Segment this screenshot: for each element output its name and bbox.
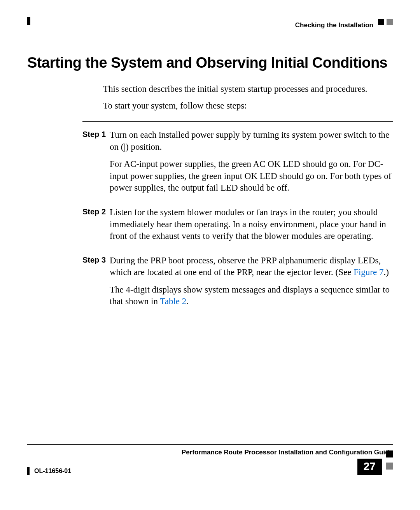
step-content: Listen for the system blower modules or … bbox=[110, 207, 393, 248]
square-icon bbox=[387, 19, 393, 25]
table-reference-link[interactable]: Table 2 bbox=[160, 296, 186, 306]
step-text: The 4-digit displays show system message… bbox=[110, 285, 390, 307]
step-paragraph: During the PRP boot process, observe the… bbox=[110, 255, 393, 279]
document-page: Checking the Installation Starting the S… bbox=[0, 0, 420, 510]
header-right-marks bbox=[378, 19, 393, 25]
divider bbox=[82, 121, 393, 122]
step-paragraph: Listen for the system blower modules or … bbox=[110, 207, 393, 242]
intro-section: This section describes the initial syste… bbox=[103, 83, 393, 112]
step-paragraph: Turn on each installed power supply by t… bbox=[110, 129, 393, 153]
crop-mark-icon bbox=[27, 17, 30, 25]
step-text: During the PRP boot process, observe the… bbox=[110, 256, 381, 277]
intro-paragraph: This section describes the initial syste… bbox=[103, 83, 393, 95]
intro-paragraph: To start your system, follow these steps… bbox=[103, 100, 393, 112]
running-header: Checking the Installation bbox=[295, 21, 373, 29]
step-item: Step 1 Turn on each installed power supp… bbox=[82, 129, 393, 200]
step-paragraph: The 4-digit displays show system message… bbox=[110, 284, 393, 308]
steps-list: Step 1 Turn on each installed power supp… bbox=[82, 129, 393, 313]
square-icon bbox=[386, 463, 393, 470]
step-paragraph: For AC-input power supplies, the green A… bbox=[110, 158, 393, 194]
step-text: .) bbox=[383, 267, 388, 277]
footer-guide-title: Performance Route Processor Installation… bbox=[27, 449, 393, 456]
step-label: Step 1 bbox=[82, 129, 110, 200]
step-text: . bbox=[186, 296, 189, 306]
crop-mark-icon bbox=[27, 467, 30, 475]
square-icon bbox=[378, 19, 384, 25]
step-content: During the PRP boot process, observe the… bbox=[110, 255, 393, 313]
step-label: Step 3 bbox=[82, 255, 110, 313]
footer-bottom-row: OL-11656-01 27 bbox=[27, 459, 393, 475]
footer-left: OL-11656-01 bbox=[27, 467, 71, 475]
footer-right: 27 bbox=[357, 459, 393, 475]
divider bbox=[27, 444, 393, 445]
page-footer: Performance Route Processor Installation… bbox=[27, 444, 393, 475]
figure-reference-link[interactable]: Figure 7 bbox=[354, 267, 383, 277]
step-content: Turn on each installed power supply by t… bbox=[110, 129, 393, 200]
step-item: Step 2 Listen for the system blower modu… bbox=[82, 207, 393, 248]
document-id: OL-11656-01 bbox=[34, 468, 71, 475]
step-item: Step 3 During the PRP boot process, obse… bbox=[82, 255, 393, 313]
page-number: 27 bbox=[357, 459, 382, 475]
page-title: Starting the System and Observing Initia… bbox=[27, 54, 393, 71]
step-label: Step 2 bbox=[82, 207, 110, 248]
